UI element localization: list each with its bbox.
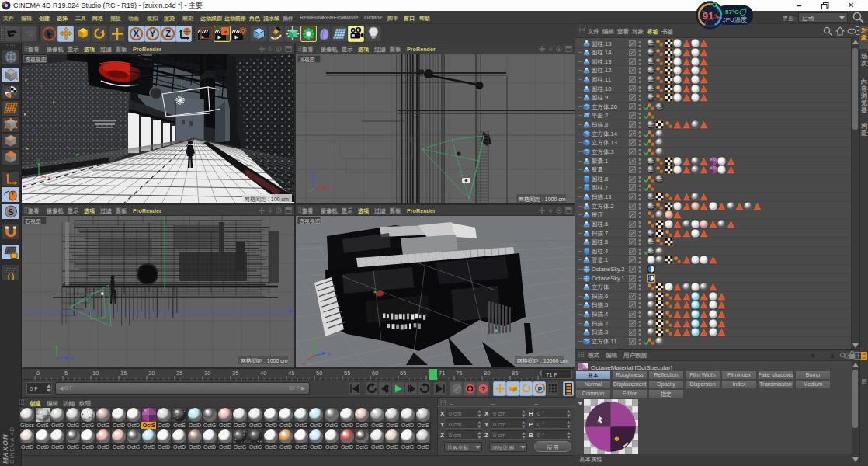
svg-text:10: 10 xyxy=(92,370,99,377)
svg-text:X: X xyxy=(328,186,331,191)
svg-text:Z: Z xyxy=(311,169,314,174)
svg-text:85: 85 xyxy=(512,370,518,377)
svg-text:Y: Y xyxy=(149,29,155,38)
svg-text:( ): ( ) xyxy=(8,273,15,280)
svg-text:?: ? xyxy=(481,385,486,393)
svg-text:X: X xyxy=(134,29,140,38)
svg-text:Z: Z xyxy=(71,356,74,361)
svg-text:CPU温度: CPU温度 xyxy=(721,16,747,23)
svg-text:35: 35 xyxy=(232,370,238,377)
svg-text:91: 91 xyxy=(703,10,713,22)
svg-text:40: 40 xyxy=(260,370,266,377)
svg-text:45: 45 xyxy=(288,370,294,377)
svg-text:S: S xyxy=(8,207,13,217)
svg-text:5: 5 xyxy=(64,370,68,377)
svg-text:25: 25 xyxy=(176,370,182,377)
svg-text:Y: Y xyxy=(54,340,57,345)
svg-text:80: 80 xyxy=(484,370,490,377)
svg-text:30: 30 xyxy=(204,370,210,377)
svg-text:50: 50 xyxy=(316,370,322,377)
svg-text:65: 65 xyxy=(400,370,406,377)
svg-text:%: % xyxy=(716,15,721,20)
svg-text:20: 20 xyxy=(148,370,155,377)
svg-text:0: 0 xyxy=(36,370,40,377)
svg-text:X: X xyxy=(47,176,50,180)
svg-text:55: 55 xyxy=(344,370,350,377)
svg-text:P: P xyxy=(537,385,542,393)
svg-text:Z: Z xyxy=(328,352,331,356)
svg-text:57°C: 57°C xyxy=(725,9,739,16)
svg-text:75: 75 xyxy=(456,370,462,377)
svg-text:Y: Y xyxy=(312,337,315,342)
svg-text:Z: Z xyxy=(165,29,171,38)
svg-text:60: 60 xyxy=(372,370,378,377)
svg-text:71: 71 xyxy=(439,370,445,377)
svg-text:X: X xyxy=(303,362,306,367)
svg-text:Y: Y xyxy=(36,158,40,162)
svg-text:15: 15 xyxy=(120,370,127,377)
